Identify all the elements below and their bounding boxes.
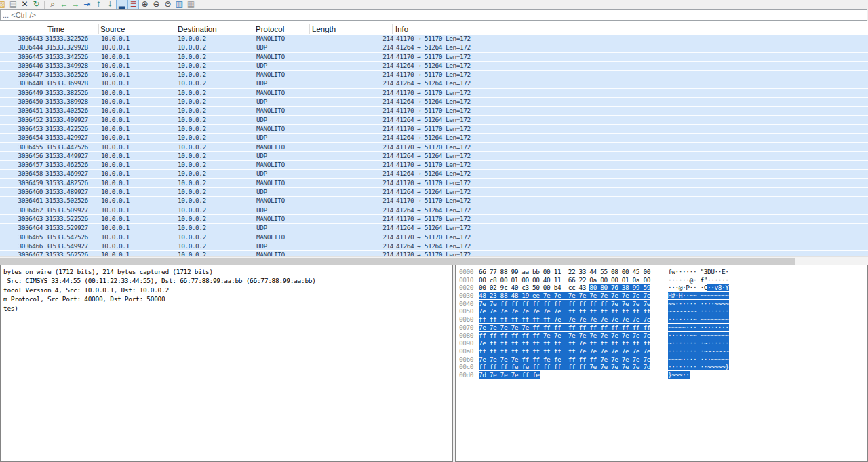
packet-row[interactable]: 303645231533.40992710.0.0.110.0.0.2UDP21… — [0, 116, 868, 125]
hex-row[interactable]: 00507e 7e 7e 7e 7e 7e 7e 7e ff ff ff ff … — [456, 307, 867, 315]
hex-row[interactable]: 003048 23 88 48 19 ee 7e 7e 7e 7e 7e 7e … — [456, 292, 867, 300]
column-divider[interactable] — [254, 24, 254, 34]
packet-row[interactable]: 303646131533.50252610.0.0.110.0.0.2MANOL… — [0, 197, 868, 206]
detail-line[interactable]: m Protocol, Src Port: 40000, Dst Port: 5… — [1, 294, 452, 303]
hex-bytes[interactable]: 7e ff ff ff ff ff ff ff ff 7e ff ff ff f… — [479, 339, 668, 347]
last-packet-icon[interactable]: ⤓ — [104, 0, 116, 9]
hex-bytes[interactable]: ff ff ff fe fe ff ff ff ff ff 7e 7e 7e 7… — [479, 363, 668, 371]
packet-row[interactable]: 303646031533.48992710.0.0.110.0.0.2UDP21… — [0, 188, 868, 197]
packet-row[interactable]: 303646731533.56252610.0.0.110.0.0.2MANOL… — [0, 251, 868, 256]
column-divider[interactable] — [98, 24, 99, 34]
packet-row[interactable]: 303646231533.50992710.0.0.110.0.0.2UDP21… — [0, 206, 868, 215]
ascii-bytes[interactable]: H#·H··~~ ~~~~~~~~ — [668, 292, 729, 299]
hex-bytes[interactable]: 7e 7e ff ff ff ff ff ff ff ff ff ff 7e 7… — [479, 300, 668, 308]
packet-row[interactable]: 303644731533.36252610.0.0.110.0.0.2MANOL… — [0, 71, 868, 79]
ascii-bytes[interactable]: ······@· f"······ — [668, 276, 729, 284]
hex-bytes[interactable]: ff ff ff ff ff ff ff ff ff 7e 7e 7e 7e 7… — [479, 347, 668, 355]
hex-row[interactable]: 00d07d 7e 7e 7e ff fe}~~~·· — [456, 371, 867, 379]
forward-icon[interactable]: → — [70, 0, 81, 9]
scrollbar-thumb[interactable] — [0, 258, 795, 265]
hex-row[interactable]: 002000 02 9c 40 c3 50 00 b4 cc 43 80 80 … — [456, 284, 867, 292]
column-header-destination[interactable]: Destination — [178, 25, 217, 33]
hex-row[interactable]: 001000 c8 00 01 00 00 40 11 66 22 0a 00 … — [456, 276, 867, 284]
column-divider[interactable] — [392, 24, 393, 34]
goto-packet-icon[interactable]: ⇥ — [81, 0, 93, 9]
hex-row[interactable]: 0060ff ff ff ff ff ff ff 7e 7e 7e 7e 7e … — [456, 315, 867, 324]
colorize-icon[interactable]: ≣ — [127, 0, 139, 9]
hex-bytes[interactable]: 00 02 9c 40 c3 50 00 b4 cc 43 80 80 76 3… — [479, 284, 668, 292]
detail-line[interactable]: tocol Version 4, Src: 10.0.0.1, Dst: 10.… — [1, 286, 452, 294]
autoscroll-icon[interactable]: ▂ — [116, 0, 127, 9]
ascii-bytes[interactable]: ~~······ ····~~~~ — [668, 300, 729, 307]
hex-bytes[interactable]: 7e 7e 7e 7e 7e ff ff ff ff ff ff ff ff f… — [479, 324, 668, 332]
ascii-bytes[interactable]: ~~~~···· ···~~~~~ — [668, 355, 729, 363]
packet-row[interactable]: 303645431533.42992710.0.0.110.0.0.2UDP21… — [0, 134, 868, 142]
close-icon[interactable]: ✕ — [19, 0, 31, 9]
hex-row[interactable]: 00a0ff ff ff ff ff ff ff ff ff 7e 7e 7e … — [456, 347, 867, 355]
hex-row[interactable]: 0080ff ff ff ff ff ff 7e 7e 7e 7e 7e 7e … — [456, 332, 867, 340]
packet-row[interactable]: 303645831533.46992710.0.0.110.0.0.2UDP21… — [0, 170, 868, 178]
zoom-out-icon[interactable]: ⊖ — [151, 0, 162, 9]
packet-row[interactable]: 303646331533.52252610.0.0.110.0.0.2MANOL… — [0, 215, 868, 224]
save-icon[interactable]: ▤ — [7, 0, 19, 9]
column-header-source[interactable]: Source — [100, 25, 125, 33]
hex-row[interactable]: 00407e 7e ff ff ff ff ff ff ff ff ff ff … — [456, 300, 867, 308]
hex-bytes[interactable]: 7e 7e 7e 7e 7e 7e 7e 7e ff ff ff ff ff f… — [479, 307, 668, 315]
find-icon[interactable]: ⌕ — [47, 0, 58, 9]
column-divider[interactable] — [176, 24, 176, 34]
packet-row[interactable]: 303646531533.54252610.0.0.110.0.0.2MANOL… — [0, 233, 868, 242]
packet-row[interactable]: 303644631533.34992810.0.0.110.0.0.2UDP21… — [0, 62, 868, 71]
packet-row[interactable]: 303645731533.46252610.0.0.110.0.0.2MANOL… — [0, 161, 868, 170]
columns-icon[interactable]: ▦ — [185, 0, 197, 9]
hex-bytes[interactable]: 7d 7e 7e 7e ff fe — [479, 371, 668, 379]
ascii-bytes[interactable]: ······~~ ~~~~~~~~ — [668, 332, 729, 339]
resize-columns-icon[interactable]: ▥ — [174, 0, 185, 9]
packet-row[interactable]: 303644531533.34252610.0.0.110.0.0.2MANOL… — [0, 53, 868, 62]
column-divider[interactable] — [45, 24, 45, 34]
column-header-length[interactable]: Length — [312, 25, 336, 33]
hex-bytes[interactable]: ff ff ff ff ff ff ff 7e 7e 7e 7e 7e 7e 7… — [479, 315, 668, 324]
ascii-bytes[interactable]: fw······ "3DU··E· — [668, 268, 729, 275]
packet-row[interactable]: 303645331533.42252610.0.0.110.0.0.2MANOL… — [0, 125, 868, 134]
packet-row[interactable]: 303645631533.44992710.0.0.110.0.0.2UDP21… — [0, 152, 868, 161]
ascii-bytes[interactable]: ···@·P·· ·C··v8·Y — [668, 284, 729, 291]
packet-row[interactable]: 303644431533.32992810.0.0.110.0.0.2UDP21… — [0, 43, 868, 52]
ascii-bytes[interactable]: }~~~·· — [668, 371, 690, 379]
display-filter-input[interactable]: ... <Ctrl-/> — [0, 9, 867, 21]
hex-bytes[interactable]: 00 c8 00 01 00 00 40 11 66 22 0a 00 00 0… — [479, 276, 668, 284]
hex-row[interactable]: 00c0ff ff ff fe fe ff ff ff ff ff 7e 7e … — [456, 363, 867, 371]
zoom-reset-icon[interactable]: ⊜ — [162, 0, 174, 9]
column-header-time[interactable]: Time — [47, 25, 64, 33]
packet-row[interactable]: 303645931533.48252610.0.0.110.0.0.2MANOL… — [0, 179, 868, 188]
reload-icon[interactable]: ↻ — [31, 0, 42, 9]
detail-line[interactable]: tes) — [1, 304, 452, 313]
packet-row[interactable]: 303645131533.40252610.0.0.110.0.0.2MANOL… — [0, 107, 868, 115]
column-divider[interactable] — [309, 24, 310, 34]
ascii-bytes[interactable]: ········ ··~~~~~} — [668, 363, 729, 370]
packet-row[interactable]: 303644831533.36992810.0.0.110.0.0.2UDP21… — [0, 79, 868, 88]
ascii-bytes[interactable]: ~~~~~··· ········ — [668, 324, 729, 331]
hex-row[interactable]: 00b07e 7e 7e 7e ff ff fe fe ff ff ff 7e … — [456, 355, 867, 364]
back-icon[interactable]: ← — [58, 0, 70, 9]
ascii-bytes[interactable]: ~~~~~~~~ ········ — [668, 307, 729, 315]
detail-line[interactable]: bytes on wire (1712 bits), 214 bytes cap… — [1, 267, 452, 276]
packet-row[interactable]: 303644931533.38252610.0.0.110.0.0.2MANOL… — [0, 89, 868, 98]
hex-bytes[interactable]: 66 77 88 99 aa bb 00 11 22 33 44 55 08 0… — [479, 268, 668, 276]
zoom-in-icon[interactable]: ⊕ — [139, 0, 151, 9]
hex-bytes[interactable]: 48 23 88 48 19 ee 7e 7e 7e 7e 7e 7e 7e 7… — [479, 292, 668, 300]
hex-row[interactable]: 00907e ff ff ff ff ff ff ff ff 7e ff ff … — [456, 339, 867, 347]
hex-bytes[interactable]: ff ff ff ff ff ff 7e 7e 7e 7e 7e 7e 7e 7… — [479, 332, 668, 340]
hex-bytes[interactable]: 7e 7e 7e 7e ff ff fe fe ff ff ff 7e 7e 7… — [479, 355, 668, 364]
ascii-bytes[interactable]: ~······· ·~······ — [668, 339, 729, 347]
hex-row[interactable]: 00707e 7e 7e 7e 7e ff ff ff ff ff ff ff … — [456, 324, 867, 332]
hex-row[interactable]: 000066 77 88 99 aa bb 00 11 22 33 44 55 … — [456, 268, 867, 276]
detail-line[interactable]: Src: CIMSYS_33:44:55 (00:11:22:33:44:55)… — [1, 276, 452, 285]
packet-row[interactable]: 303645031533.38992810.0.0.110.0.0.2UDP21… — [0, 98, 868, 107]
column-header-protocol[interactable]: Protocol — [256, 25, 284, 33]
packet-row[interactable]: 303646431533.52992710.0.0.110.0.0.2UDP21… — [0, 224, 868, 233]
packet-row[interactable]: 303644331533.32252610.0.0.110.0.0.2MANOL… — [0, 35, 868, 43]
ascii-bytes[interactable]: ·······~ ~~~~~~~~ — [668, 315, 729, 323]
packet-row[interactable]: 303646631533.54992710.0.0.110.0.0.2UDP21… — [0, 242, 868, 251]
first-packet-icon[interactable]: ⤒ — [93, 0, 104, 9]
column-header-info[interactable]: Info — [395, 25, 408, 33]
